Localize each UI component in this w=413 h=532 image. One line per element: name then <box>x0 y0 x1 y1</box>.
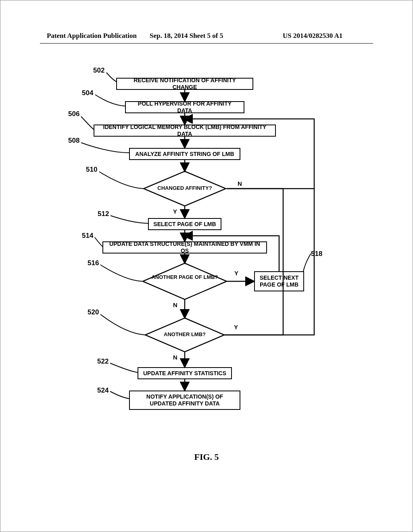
header-right: US 2014/0282530 A1 <box>283 32 342 40</box>
page-header: Patent Application Publication Sep. 18, … <box>0 32 413 40</box>
decision-510: CHANGED AFFINITY? <box>143 170 227 207</box>
step-506: IDENTIFY LOGICAL MEMORY BLOCK (LMB) FROM… <box>94 125 276 137</box>
label-516-n: N <box>173 301 177 308</box>
step-508: ANALYZE AFFINITY STRING OF LMB <box>129 148 240 160</box>
ref-504: 504 <box>82 89 93 97</box>
label-520-n: N <box>173 354 177 361</box>
step-524: NOTIFY APPLICATION(S) OF UPDATED AFFINIT… <box>129 391 240 410</box>
ref-518: 518 <box>311 250 322 258</box>
ref-502: 502 <box>93 66 104 75</box>
decision-520-label: ANOTHER LMB? <box>144 331 225 337</box>
header-left: Patent Application Publication <box>47 32 137 40</box>
label-510-n: N <box>238 180 242 187</box>
ref-508: 508 <box>68 137 79 145</box>
page: Patent Application Publication Sep. 18, … <box>0 0 413 532</box>
svg-marker-1 <box>143 263 227 299</box>
ref-524: 524 <box>97 387 108 395</box>
step-512: SELECT PAGE OF LMB <box>148 218 221 230</box>
ref-522: 522 <box>97 357 108 366</box>
ref-520: 520 <box>88 308 99 316</box>
ref-512: 512 <box>98 210 109 218</box>
ref-514: 514 <box>82 232 93 240</box>
decision-520: ANOTHER LMB? <box>144 317 225 353</box>
figure-caption: FIG. 5 <box>0 452 413 462</box>
step-522: UPDATE AFFINITY STATISTICS <box>138 367 232 379</box>
header-mid: Sep. 18, 2014 Sheet 5 of 5 <box>150 32 223 40</box>
step-502: RECEIVE NOTIFICATION OF AFFINITY CHANGE <box>116 78 253 90</box>
step-518: SELECT NEXT PAGE OF LMB <box>254 271 304 291</box>
decision-516-label: ANOTHER PAGE OF LMB? <box>142 274 227 281</box>
decision-510-label: CHANGED AFFINITY? <box>143 185 227 191</box>
step-514: UPDATE DATA STRUCTURE(S) MAINTAINED BY V… <box>102 241 267 254</box>
decision-516: ANOTHER PAGE OF LMB? <box>142 262 227 300</box>
flowchart: RECEIVE NOTIFICATION OF AFFINITY CHANGE … <box>0 61 413 464</box>
ref-516: 516 <box>88 259 99 267</box>
step-504: POLL HYPERVISOR FOR AFFINITY DATA <box>125 101 244 113</box>
header-rule <box>40 43 373 44</box>
ref-510: 510 <box>86 166 97 174</box>
label-520-y: Y <box>234 324 238 330</box>
diamond-shape-516 <box>142 262 227 300</box>
label-516-y: Y <box>234 270 238 276</box>
label-510-y: Y <box>173 208 177 215</box>
ref-506: 506 <box>68 110 79 118</box>
